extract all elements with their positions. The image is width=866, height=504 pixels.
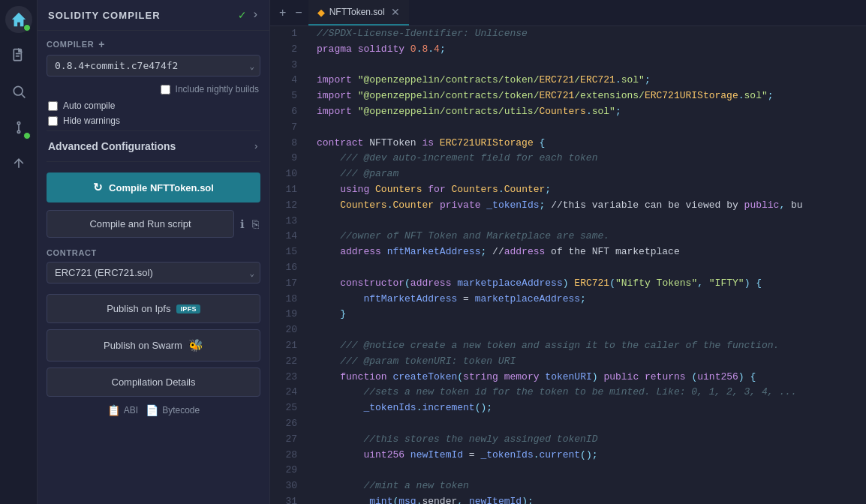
table-row: 7 — [270, 120, 866, 136]
table-row: 29 — [270, 463, 866, 478]
tab-close-icon[interactable]: ✕ — [391, 6, 400, 18]
line-content: import "@openzeppelin/contracts/token/ER… — [308, 88, 866, 104]
publish-swarm-button[interactable]: Publish on Swarm 🐝 — [47, 329, 260, 362]
table-row: 1//SPDX-License-Identifier: Unlicense — [270, 26, 866, 42]
check-icon: ✓ — [239, 8, 246, 22]
line-content: } — [308, 307, 866, 322]
abi-icon: 📋 — [107, 404, 120, 416]
line-content — [308, 416, 866, 432]
line-number: 18 — [270, 292, 308, 308]
table-row: 19 } — [270, 307, 866, 322]
line-number: 17 — [270, 276, 308, 292]
line-content: uint256 newItemId = _tokenIds.current(); — [308, 448, 866, 464]
activity-bar — [0, 0, 38, 504]
editor-tab-nfttoken[interactable]: ◆ NFTToken.sol ✕ — [308, 0, 409, 26]
compile-refresh-icon: ↻ — [93, 181, 103, 194]
compile-run-button[interactable]: Compile and Run script — [47, 210, 234, 238]
table-row: 16 — [270, 260, 866, 276]
line-content: function createToken(string memory token… — [308, 370, 866, 386]
compiler-section-label: COMPILER + — [47, 38, 260, 50]
contract-select[interactable]: ERC721 (ERC721.sol) — [47, 262, 260, 284]
advanced-label: Advanced Configurations — [48, 140, 176, 152]
table-row: 18 nftMarketAddress = marketplaceAddress… — [270, 292, 866, 308]
line-number: 29 — [270, 463, 308, 478]
publish-swarm-label: Publish on Swarm — [104, 340, 182, 351]
line-content: /// @param — [308, 166, 866, 182]
line-content — [308, 260, 866, 276]
line-number: 16 — [270, 260, 308, 276]
abi-bytecode-row: 📋 ABI 📄 Bytecode — [47, 404, 260, 416]
line-number: 24 — [270, 385, 308, 400]
copy-icon-button[interactable]: ⎘ — [251, 216, 260, 232]
line-number: 5 — [270, 88, 308, 104]
add-compiler-icon[interactable]: + — [98, 38, 105, 50]
search-icon[interactable] — [5, 78, 32, 105]
line-number: 4 — [270, 73, 308, 88]
line-content: //mint a new token — [308, 478, 866, 494]
bytecode-label: Bytecode — [162, 405, 200, 416]
nightly-builds-label[interactable]: Include nightly builds — [176, 84, 259, 94]
deploy-icon[interactable] — [5, 150, 32, 177]
home-icon[interactable] — [5, 6, 32, 33]
compile-run-label: Compile and Run script — [89, 218, 191, 230]
compile-button[interactable]: ↻ Compile NFTToken.sol — [47, 172, 260, 202]
table-row: 13 — [270, 214, 866, 230]
svg-point-7 — [17, 130, 20, 133]
abi-button[interactable]: 📋 ABI — [107, 404, 138, 416]
line-content: import "@openzeppelin/contracts/token/ER… — [308, 73, 866, 88]
line-content — [308, 58, 866, 74]
table-row: 3 — [270, 58, 866, 74]
zoom-out-button[interactable]: − — [292, 2, 305, 24]
advanced-configurations-section[interactable]: Advanced Configurations › — [47, 130, 260, 162]
hide-warnings-checkbox[interactable] — [48, 116, 58, 126]
code-editor[interactable]: 1//SPDX-License-Identifier: Unlicense2pr… — [270, 26, 866, 504]
info-icon-button[interactable]: ℹ — [239, 216, 246, 232]
svg-point-6 — [17, 122, 20, 124]
nightly-builds-row: Include nightly builds — [47, 84, 260, 94]
line-number: 21 — [270, 338, 308, 354]
table-row: 20 — [270, 322, 866, 338]
line-number: 2 — [270, 42, 308, 58]
bytecode-button[interactable]: 📄 Bytecode — [146, 404, 200, 416]
table-row: 22 /// @param tokenURI: token URI — [270, 354, 866, 370]
compile-button-label: Compile NFTToken.sol — [109, 182, 214, 194]
compiler-version-select[interactable]: 0.8.4+commit.c7e474f2 — [47, 55, 260, 76]
line-content: /// @param tokenURI: token URI — [308, 354, 866, 370]
table-row: 30 //mint a new token — [270, 478, 866, 494]
chevron-right-icon[interactable]: › — [251, 8, 259, 22]
table-row: 27 //this stores the newly assinged toke… — [270, 432, 866, 448]
line-content — [308, 120, 866, 136]
zoom-in-button[interactable]: + — [276, 2, 289, 24]
publish-ipfs-button[interactable]: Publish on Ipfs IPFS — [47, 294, 260, 323]
table-row: 25 _tokenIds.increment(); — [270, 400, 866, 416]
ipfs-badge: IPFS — [176, 304, 200, 314]
table-row: 8contract NFTToken is ERC721URIStorage { — [270, 136, 866, 152]
compilation-details-button[interactable]: Compilation Details — [47, 368, 260, 397]
line-content: //SPDX-License-Identifier: Unlicense — [308, 26, 866, 42]
nightly-builds-checkbox[interactable] — [161, 85, 170, 94]
compiler-version-wrapper: 0.8.4+commit.c7e474f2 ⌄ — [47, 55, 260, 76]
line-number: 13 — [270, 214, 308, 230]
line-content: //owner of NFT Token and Marketplace are… — [308, 229, 866, 244]
line-number: 27 — [270, 432, 308, 448]
table-row: 2pragma solidity 0.8.4; — [270, 42, 866, 58]
git-icon[interactable] — [5, 114, 32, 141]
line-number: 22 — [270, 354, 308, 370]
line-number: 25 — [270, 400, 308, 416]
table-row: 4import "@openzeppelin/contracts/token/E… — [270, 73, 866, 88]
line-number: 31 — [270, 494, 308, 504]
line-content: _mint(msg.sender, newItemId); — [308, 494, 866, 504]
hide-warnings-label[interactable]: Hide warnings — [63, 116, 120, 126]
auto-compile-checkbox[interactable] — [48, 101, 58, 111]
compile-run-icons: ℹ ⎘ — [239, 216, 260, 232]
line-content: address nftMarketAddress; //address of t… — [308, 244, 866, 260]
editor-area: + − ◆ NFTToken.sol ✕ 1//SPDX-License-Ide… — [270, 0, 866, 504]
table-row: 31 _mint(msg.sender, newItemId); — [270, 494, 866, 504]
publish-ipfs-label: Publish on Ipfs — [107, 303, 170, 314]
auto-compile-label[interactable]: Auto compile — [63, 100, 115, 111]
files-icon[interactable] — [5, 42, 32, 69]
editor-tabs: + − ◆ NFTToken.sol ✕ — [270, 0, 866, 26]
line-content: contract NFTToken is ERC721URIStorage { — [308, 136, 866, 152]
sidebar-title: SOLIDITY COMPILER — [48, 10, 161, 21]
line-number: 1 — [270, 26, 308, 42]
